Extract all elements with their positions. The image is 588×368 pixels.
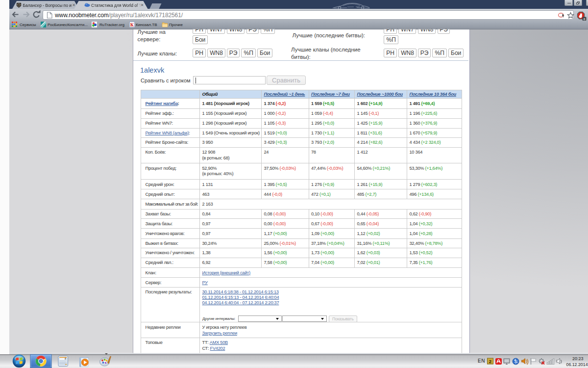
svg-text:2: 2 xyxy=(489,359,491,364)
svg-text:8: 8 xyxy=(65,357,66,360)
svg-text:К: К xyxy=(130,22,134,27)
svg-text:8: 8 xyxy=(583,17,585,21)
